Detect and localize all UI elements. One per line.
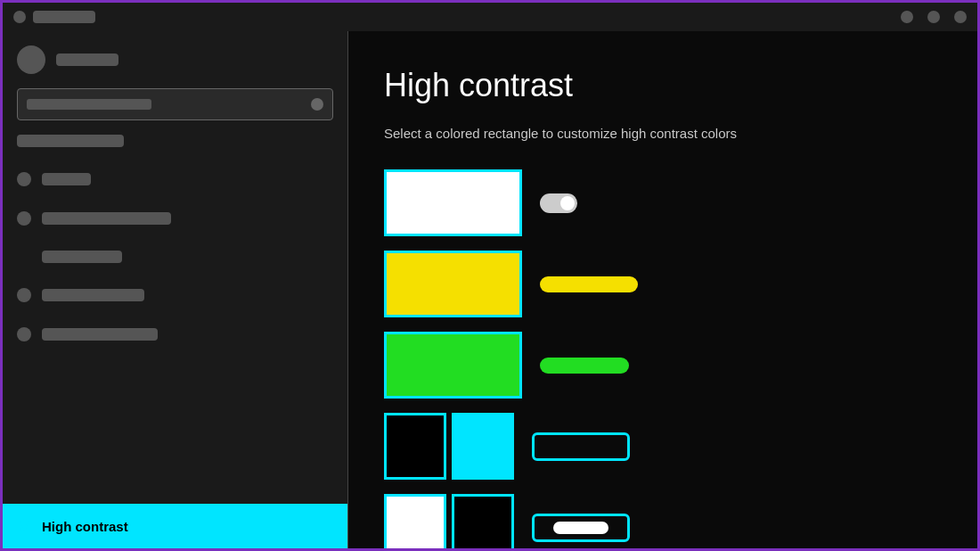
sidebar-item-2[interactable] — [3, 201, 347, 236]
main-area: ☀ High contrast High contrast Select a c… — [3, 31, 977, 548]
color-row-white-black — [384, 494, 942, 548]
sidebar-item-4[interactable] — [3, 277, 347, 313]
color-rect-black2[interactable] — [452, 494, 514, 548]
maximize-button[interactable] — [927, 11, 940, 23]
sidebar-header — [3, 31, 347, 81]
search-text — [27, 99, 151, 110]
color-rect-cyan[interactable] — [452, 413, 514, 480]
pair-white-black — [384, 494, 514, 548]
color-row-black-cyan — [384, 413, 942, 480]
sidebar-item-high-contrast[interactable]: ☀ High contrast — [3, 504, 347, 548]
indicator-white-pill — [532, 514, 630, 542]
indicator-outlined-cyan — [532, 432, 630, 461]
titlebar-label — [33, 11, 95, 23]
pair-black-cyan — [384, 413, 514, 480]
sidebar-item-dot-1 — [17, 172, 31, 186]
titlebar — [3, 3, 977, 31]
indicator-white-pill-inner — [553, 522, 608, 534]
sidebar-item-5[interactable] — [3, 317, 347, 352]
sidebar-item-3[interactable] — [3, 240, 347, 274]
color-rect-white[interactable] — [384, 169, 522, 236]
color-row-yellow — [384, 251, 942, 317]
titlebar-circle — [13, 11, 26, 23]
color-rect-white2[interactable] — [384, 494, 446, 548]
titlebar-controls — [901, 11, 967, 23]
page-title: High contrast — [384, 67, 942, 104]
content-area: High contrast Select a colored rectangle… — [348, 31, 977, 548]
indicator-green — [540, 358, 629, 374]
sidebar-items-list — [3, 154, 347, 359]
sidebar-section-label-1 — [17, 135, 124, 147]
sidebar-active-label: High contrast — [42, 519, 128, 534]
color-row-white — [384, 169, 942, 236]
sidebar-item-label-2 — [42, 212, 171, 225]
search-icon — [311, 98, 323, 111]
indicator-yellow — [540, 276, 638, 292]
toggle-switch[interactable] — [540, 193, 577, 213]
sidebar-item-dot-4 — [17, 288, 31, 302]
minimize-button[interactable] — [901, 11, 913, 23]
sidebar-item-1[interactable] — [3, 161, 347, 197]
avatar — [17, 45, 45, 74]
sidebar: ☀ High contrast — [3, 31, 348, 548]
color-row-green — [384, 332, 942, 399]
sidebar-item-label-4 — [42, 289, 144, 301]
color-rect-yellow[interactable] — [384, 251, 522, 317]
color-rect-green[interactable] — [384, 332, 522, 399]
titlebar-left — [13, 11, 95, 23]
page-subtitle: Select a colored rectangle to customize … — [384, 126, 942, 141]
close-button[interactable] — [954, 11, 967, 23]
sidebar-item-dot-2 — [17, 211, 31, 226]
sidebar-item-label-5 — [42, 328, 158, 341]
color-rect-black[interactable] — [384, 413, 446, 480]
sidebar-item-label-3 — [42, 251, 122, 263]
search-bar[interactable] — [17, 88, 333, 120]
sidebar-item-label-1 — [42, 173, 91, 185]
sidebar-item-dot-5 — [17, 327, 31, 341]
username-label — [56, 53, 118, 66]
sun-icon: ☀ — [17, 516, 31, 536]
